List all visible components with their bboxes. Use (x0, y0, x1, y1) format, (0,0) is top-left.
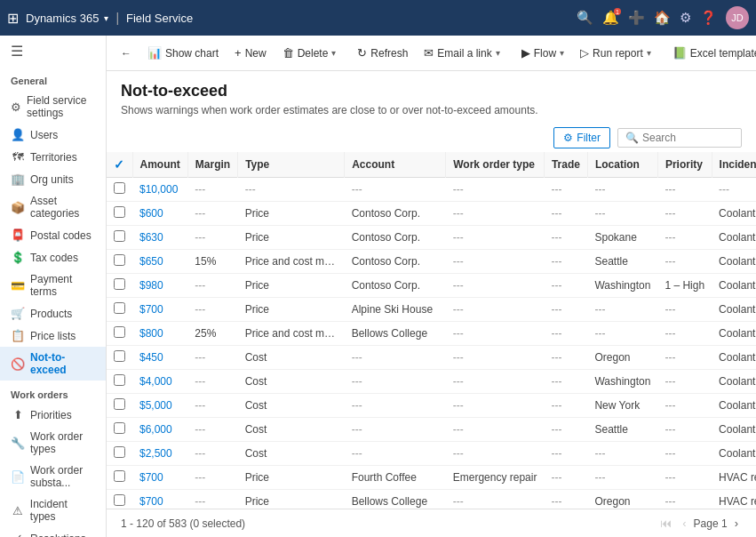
amount-link[interactable]: $700 (139, 495, 163, 508)
amount-link[interactable]: $800 (139, 327, 163, 340)
amount-link[interactable]: $700 (139, 471, 163, 484)
row-checkbox[interactable] (114, 398, 125, 410)
back-button[interactable]: ← (114, 44, 139, 63)
sidebar-item-territories[interactable]: 🗺 Territories (0, 146, 106, 168)
sidebar-item-tax-codes[interactable]: 💲 Tax codes (0, 246, 106, 268)
row-check[interactable] (107, 466, 132, 490)
row-checkbox[interactable] (114, 470, 125, 482)
sidebar-item-not-to-exceed[interactable]: 🚫 Not-to-exceed (0, 347, 106, 381)
sidebar-item-price-lists[interactable]: 📋 Price lists (0, 325, 106, 347)
row-check[interactable] (107, 418, 132, 442)
row-amount[interactable]: $700 (132, 466, 187, 490)
row-checkbox[interactable] (114, 254, 125, 266)
row-checkbox[interactable] (114, 302, 125, 314)
row-check[interactable] (107, 370, 132, 394)
row-amount[interactable]: $6,000 (132, 418, 187, 442)
col-location[interactable]: Location (587, 152, 657, 178)
col-work-order-type[interactable]: Work order type (446, 152, 545, 178)
sidebar-item-priorities[interactable]: ⬆ Priorities (0, 404, 106, 426)
help-icon[interactable]: ❓ (700, 10, 717, 26)
amount-link[interactable]: $2,500 (139, 447, 172, 460)
flow-button[interactable]: ▶ Flow ▾ (514, 43, 571, 63)
sidebar-item-work-order-types[interactable]: 🔧 Work order types (0, 426, 106, 460)
sidebar-item-users[interactable]: 👤 Users (0, 124, 106, 146)
show-chart-button[interactable]: 📊 Show chart (140, 43, 226, 63)
row-checkbox[interactable] (114, 374, 125, 386)
col-type[interactable]: Type (238, 152, 345, 178)
col-trade[interactable]: Trade (544, 152, 587, 178)
col-incident-type[interactable]: Incident type ↓ (712, 152, 756, 178)
row-check[interactable] (107, 202, 132, 226)
row-check[interactable] (107, 322, 132, 346)
row-amount[interactable]: $10,000 (132, 178, 187, 202)
sidebar-item-products[interactable]: 🛒 Products (0, 302, 106, 325)
select-all-checkbox[interactable]: ✓ (114, 157, 125, 172)
row-check[interactable] (107, 442, 132, 466)
amount-link[interactable]: $6,000 (139, 423, 172, 436)
amount-link[interactable]: $650 (139, 255, 163, 268)
home-icon[interactable]: 🏠 (654, 10, 671, 26)
amount-link[interactable]: $700 (139, 303, 163, 316)
amount-link[interactable]: $10,000 (139, 183, 178, 196)
brand-chevron[interactable]: ▾ (104, 13, 108, 23)
row-check[interactable] (107, 274, 132, 298)
delete-button[interactable]: 🗑 Delete ▾ (275, 43, 344, 63)
amount-link[interactable]: $4,000 (139, 375, 172, 388)
row-checkbox[interactable] (114, 446, 125, 458)
row-checkbox[interactable] (114, 422, 125, 434)
brand-logo[interactable]: Dynamics 365 ▾ (26, 12, 108, 25)
sidebar-item-work-order-subst[interactable]: 📄 Work order substa... (0, 460, 106, 493)
row-checkbox[interactable] (114, 206, 125, 218)
amount-link[interactable]: $630 (139, 231, 163, 244)
row-amount[interactable]: $600 (132, 202, 187, 226)
amount-link[interactable]: $980 (139, 279, 163, 292)
col-margin[interactable]: Margin (187, 152, 237, 178)
settings-icon[interactable]: ⚙ (680, 10, 691, 26)
col-account[interactable]: Account (345, 152, 446, 178)
sidebar-item-resolutions[interactable]: ✓ Resolutions (0, 527, 106, 537)
search-icon[interactable]: 🔍 (577, 10, 593, 26)
prev-page-button[interactable]: ‹ (679, 515, 689, 532)
excel-templates-button[interactable]: 📗 Excel templates ▾ (665, 43, 756, 63)
row-amount[interactable]: $980 (132, 274, 187, 298)
search-input[interactable] (642, 132, 734, 144)
sidebar-item-org-units[interactable]: 🏢 Org units (0, 168, 106, 190)
next-page-button[interactable]: › (731, 515, 742, 532)
row-checkbox[interactable] (114, 230, 125, 242)
amount-link[interactable]: $600 (139, 207, 163, 220)
add-icon[interactable]: ➕ (628, 10, 645, 26)
row-amount[interactable]: $5,000 (132, 394, 187, 418)
refresh-button[interactable]: ↻ Refresh (350, 43, 415, 63)
notifications-icon[interactable]: 🔔 1 (602, 10, 619, 26)
row-check[interactable] (107, 394, 132, 418)
sidebar-item-payment-terms[interactable]: 💳 Payment terms (0, 268, 106, 302)
row-amount[interactable]: $700 (132, 298, 187, 322)
row-check[interactable] (107, 490, 132, 509)
row-checkbox[interactable] (114, 278, 125, 290)
sidebar-item-field-service-settings[interactable]: ⚙ Field service settings (0, 90, 106, 124)
row-amount[interactable]: $700 (132, 490, 187, 509)
row-checkbox[interactable] (114, 494, 125, 506)
sidebar-item-asset-categories[interactable]: 📦 Asset categories (0, 190, 106, 224)
amount-link[interactable]: $450 (139, 351, 163, 364)
row-check[interactable] (107, 178, 132, 202)
col-priority[interactable]: Priority (657, 152, 712, 178)
row-amount[interactable]: $800 (132, 322, 187, 346)
first-page-button[interactable]: ⏮ (657, 515, 675, 532)
row-check[interactable] (107, 346, 132, 370)
row-checkbox[interactable] (114, 182, 125, 194)
row-amount[interactable]: $2,500 (132, 442, 187, 466)
avatar[interactable]: JD (726, 6, 749, 29)
run-report-button[interactable]: ▷ Run report ▾ (573, 43, 658, 63)
row-amount[interactable]: $450 (132, 346, 187, 370)
row-checkbox[interactable] (114, 326, 125, 338)
new-button[interactable]: + New (227, 43, 274, 63)
row-amount[interactable]: $630 (132, 226, 187, 250)
col-amount[interactable]: Amount (132, 152, 187, 178)
row-check[interactable] (107, 298, 132, 322)
sidebar-item-incident-types[interactable]: ⚠ Incident types (0, 493, 106, 527)
email-link-button[interactable]: ✉ Email a link ▾ (417, 43, 506, 63)
waffle-icon[interactable]: ⊞ (7, 10, 19, 27)
filter-button[interactable]: ⚙ Filter (553, 127, 610, 148)
col-check[interactable]: ✓ (107, 152, 132, 178)
